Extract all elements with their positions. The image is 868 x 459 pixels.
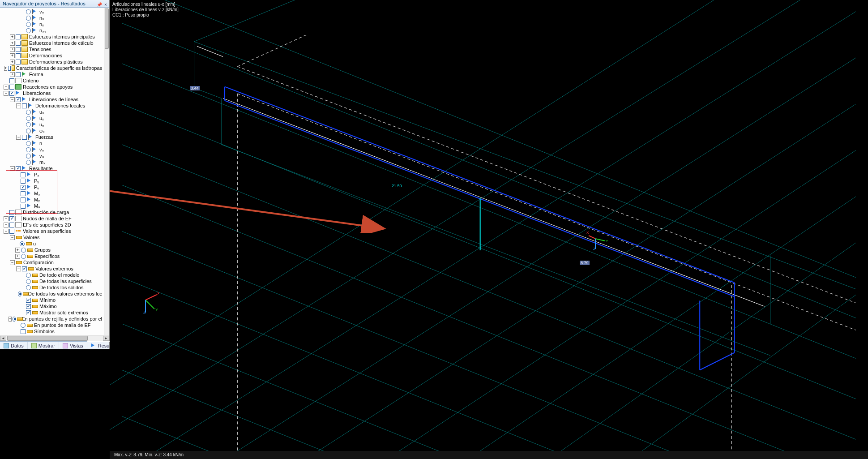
radio[interactable] xyxy=(26,160,31,165)
tree-item[interactable]: De todas las superficies xyxy=(39,278,92,284)
tree-item-especificos[interactable]: Específicos xyxy=(34,253,60,259)
tree-item-en-malla[interactable]: En puntos de malla de EF xyxy=(34,322,91,328)
tree-item-reacciones[interactable]: Reacciones en apoyos xyxy=(23,84,73,90)
tree-item-simbolos[interactable]: Símbolos xyxy=(34,328,55,335)
expand-toggle[interactable]: + xyxy=(15,254,20,259)
tree-item-dist-carga[interactable]: Distribución de carga xyxy=(23,209,69,215)
expand-toggle[interactable]: − xyxy=(4,229,9,234)
tree-item-lib-lineas[interactable]: Liberaciones de líneas xyxy=(29,96,78,103)
tree-item[interactable]: Esfuerzos internos de cálculo xyxy=(29,40,94,46)
scroll-left-arrow[interactable]: ◄ xyxy=(0,336,6,341)
scroll-thumb[interactable] xyxy=(105,9,109,49)
expand-toggle[interactable]: − xyxy=(10,166,15,171)
expand-toggle[interactable]: + xyxy=(10,60,15,64)
radio[interactable] xyxy=(26,285,31,290)
radio[interactable] xyxy=(26,22,31,27)
tree-item-val-ext[interactable]: Valores extremos xyxy=(35,266,73,272)
tree-item-mz[interactable]: Mᵤ xyxy=(34,203,40,209)
tree-item-nudos[interactable]: Nudos de malla de EF xyxy=(23,215,72,222)
checkbox[interactable] xyxy=(9,210,14,215)
radio[interactable] xyxy=(26,279,31,284)
tree-item[interactable]: uᵧ xyxy=(39,115,44,121)
radio[interactable] xyxy=(21,254,26,259)
checkbox[interactable] xyxy=(21,329,26,334)
tree-item-grupos[interactable]: Grupos xyxy=(34,247,51,253)
expand-toggle[interactable]: + xyxy=(15,248,20,253)
tree-item-val-sup[interactable]: Valores en superficies xyxy=(23,228,71,234)
checkbox[interactable] xyxy=(26,304,31,309)
tree-item-u[interactable]: u xyxy=(33,240,36,247)
checkbox[interactable] xyxy=(26,298,31,303)
tree-item-fuerzas[interactable]: Fuerzas xyxy=(35,134,53,140)
tree-item[interactable]: Deformaciones xyxy=(29,52,62,59)
checkbox[interactable] xyxy=(22,266,27,271)
tree-item-mx[interactable]: Mₓ xyxy=(34,190,40,197)
radio[interactable] xyxy=(26,122,31,127)
scroll-right-arrow[interactable]: ► xyxy=(103,336,109,341)
radio[interactable] xyxy=(18,292,21,296)
tab-mostrar[interactable]: Mostrar xyxy=(28,342,59,349)
tree-item-pz[interactable]: Pᵤ xyxy=(34,184,39,190)
horizontal-scrollbar[interactable]: ◄ ► xyxy=(0,335,109,341)
checkbox[interactable] xyxy=(21,185,26,190)
radio[interactable] xyxy=(21,248,26,253)
tree-item-efs-2d[interactable]: EFs de superficies 2D xyxy=(23,222,71,228)
tree-item[interactable]: φₓ xyxy=(39,128,45,134)
expand-toggle[interactable]: + xyxy=(4,216,9,221)
checkbox[interactable] xyxy=(16,97,21,102)
radio[interactable] xyxy=(26,147,31,152)
expand-toggle[interactable]: + xyxy=(10,72,15,77)
checkbox[interactable] xyxy=(9,229,14,234)
radio[interactable] xyxy=(26,129,31,133)
expand-toggle[interactable]: − xyxy=(16,266,21,271)
checkbox[interactable] xyxy=(21,191,26,196)
radio[interactable] xyxy=(21,323,26,328)
checkbox[interactable] xyxy=(21,197,26,202)
expand-toggle[interactable]: + xyxy=(4,85,9,90)
tree-item[interactable]: n xyxy=(39,140,42,146)
radio[interactable] xyxy=(26,116,31,121)
tree-item[interactable]: Forma xyxy=(29,71,43,77)
radio[interactable] xyxy=(20,241,25,246)
checkbox[interactable] xyxy=(16,166,21,171)
tree-item-config[interactable]: Configuración xyxy=(23,259,54,266)
expand-toggle[interactable]: + xyxy=(10,41,15,46)
expand-toggle[interactable]: − xyxy=(16,103,21,108)
expand-toggle[interactable]: − xyxy=(10,97,15,102)
tree-item-py[interactable]: Pᵧ xyxy=(34,178,39,184)
checkbox[interactable] xyxy=(22,103,27,108)
tree-item[interactable]: Deformaciones plásticas xyxy=(29,59,83,65)
tab-vistas[interactable]: Vistas xyxy=(59,342,87,349)
radio[interactable] xyxy=(26,273,31,278)
checkbox[interactable] xyxy=(9,85,14,90)
expand-toggle[interactable]: − xyxy=(16,135,21,140)
expand-toggle[interactable]: + xyxy=(4,223,9,227)
tree-item-minimo[interactable]: Mínimo xyxy=(39,297,56,303)
checkbox[interactable] xyxy=(16,72,21,77)
tree-item[interactable]: De todos los sólidos xyxy=(39,284,83,291)
tab-datos[interactable]: Datos xyxy=(0,342,28,349)
tree-item[interactable]: vᵧ xyxy=(39,146,44,153)
expand-toggle[interactable]: + xyxy=(10,53,15,58)
checkbox[interactable] xyxy=(16,41,21,46)
expand-toggle[interactable]: − xyxy=(10,235,15,240)
radio[interactable] xyxy=(26,16,31,21)
checkbox[interactable] xyxy=(16,47,21,52)
checkbox[interactable] xyxy=(16,60,21,64)
tree-item[interactable]: mₓ xyxy=(39,159,46,165)
tree-item[interactable]: Esfuerzos internos principales xyxy=(29,34,95,40)
vertical-scrollbar[interactable] xyxy=(104,8,109,335)
checkbox[interactable] xyxy=(8,66,11,71)
tree-item[interactable]: uᵤ xyxy=(39,121,44,128)
expand-toggle[interactable]: − xyxy=(4,91,9,96)
tree-item[interactable]: De todos los valores extremos loc xyxy=(28,291,102,297)
tree-item[interactable]: uₓ xyxy=(39,109,44,115)
tree-item[interactable]: Tensiones xyxy=(29,46,51,52)
radio[interactable] xyxy=(26,141,31,146)
tree-item[interactable]: Características de superficies isótropas xyxy=(16,65,102,71)
tree-item-liberaciones[interactable]: Liberaciones xyxy=(23,90,51,96)
tree-item-resultante[interactable]: Resultante xyxy=(29,165,53,172)
expand-toggle[interactable]: + xyxy=(10,34,15,39)
checkbox[interactable] xyxy=(21,179,26,184)
checkbox[interactable] xyxy=(9,78,14,83)
